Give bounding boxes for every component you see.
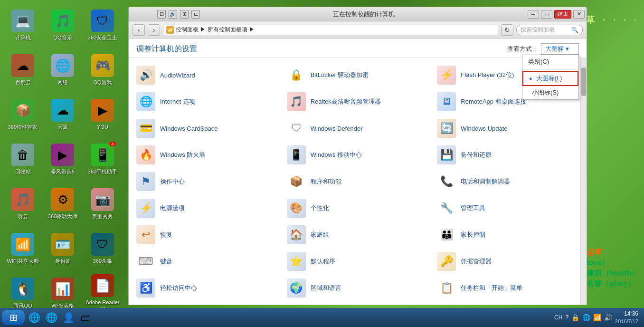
tray-network[interactable]: 🌐 bbox=[582, 314, 590, 321]
desktop-icon-img-16: 🪪 bbox=[51, 233, 74, 256]
search-box[interactable]: 搜索控制面板 🔍 bbox=[516, 25, 583, 35]
scrollbar-thumb[interactable] bbox=[581, 67, 586, 96]
back-button[interactable]: ‹ bbox=[133, 24, 145, 36]
cp-item-label-19: 家庭组 bbox=[311, 231, 329, 239]
taskbar-icon-2[interactable]: 🌐 bbox=[44, 310, 59, 325]
cp-item-label-2: Flash Player (32位) bbox=[461, 71, 514, 79]
start-button[interactable]: ⊞ bbox=[2, 310, 25, 325]
desktop-icon-16[interactable]: 🪪 身份证 bbox=[44, 227, 82, 270]
remote-end-btn[interactable]: 结束 bbox=[554, 10, 571, 19]
view-option-small-icon[interactable]: 小图标(S) bbox=[522, 86, 578, 99]
cp-item-label-12: 操作中心 bbox=[160, 177, 185, 186]
desktop-icon-4[interactable]: 🌐 网络 bbox=[44, 48, 82, 91]
tray-help[interactable]: ? bbox=[565, 314, 568, 321]
desktop-icon-13[interactable]: ⚙ 360驱动大师 bbox=[44, 183, 82, 225]
cp-item-7[interactable]: 🛡 Windows Defender bbox=[279, 115, 430, 142]
desktop-icon-17[interactable]: 🛡 360杀毒 bbox=[84, 227, 122, 270]
cp-item-label-7: Windows Defender bbox=[311, 125, 363, 132]
cp-item-19[interactable]: 🏠 家庭组 bbox=[279, 221, 430, 248]
remote-titlebar: ⊡ 🔊 ⊞ ⊏ 正在控制妆靓的计算机 ─ □ 结束 ✕ bbox=[128, 7, 587, 21]
cp-item-24[interactable]: ♿ 轻松访问中心 bbox=[129, 275, 279, 301]
desktop-icon-img-19: 📊 bbox=[51, 278, 74, 300]
cp-item-25[interactable]: 🌍 区域和语言 bbox=[279, 275, 430, 301]
forward-button[interactable]: › bbox=[148, 24, 160, 36]
desktop-icon-img-1: 🎵 bbox=[51, 10, 74, 32]
cp-icon-19: 🏠 bbox=[287, 225, 306, 244]
remote-btn-2[interactable]: 🔊 bbox=[169, 10, 177, 19]
desktop-icon-label-2: 360安全卫士 bbox=[88, 34, 117, 41]
cp-item-22[interactable]: ⭐ 默认程序 bbox=[279, 248, 430, 275]
tray-volume[interactable]: 🔊 bbox=[604, 314, 612, 321]
cp-item-8[interactable]: 🔄 Windows Update bbox=[429, 115, 580, 142]
desktop-icon-2[interactable]: 🛡 360安全卫士 bbox=[84, 4, 122, 47]
desktop-icon-15[interactable]: 📶 WIFI共享大师 bbox=[4, 227, 42, 270]
desktop-icon-5[interactable]: 🎮 QQ游戏 bbox=[84, 48, 122, 91]
cp-item-18[interactable]: ↩ 恢复 bbox=[129, 221, 279, 248]
cp-item-16[interactable]: 🎨 个性化 bbox=[279, 195, 430, 221]
desktop-icon-img-12: 🎵 bbox=[11, 188, 34, 211]
cp-icon-14: 📞 bbox=[437, 172, 456, 191]
desktop-icon-11[interactable]: 📱 4 360手机助手 bbox=[84, 138, 122, 181]
view-option-category[interactable]: 类别(C) bbox=[522, 55, 578, 68]
start-icon: ⊞ bbox=[9, 312, 18, 323]
cp-icon-24: ♿ bbox=[136, 279, 155, 298]
tray-ch: CH bbox=[554, 314, 562, 321]
cp-items-grid: 🔊 AudioWizard 🔒 BitLocker 驱动器加密 ⚡ Flash … bbox=[129, 58, 580, 305]
remote-btn-3[interactable]: ⊞ bbox=[180, 10, 189, 19]
cp-icon-0: 🔊 bbox=[136, 66, 155, 85]
cp-item-15[interactable]: ⚡ 电源选项 bbox=[129, 195, 279, 221]
view-option-large-icon[interactable]: ● 大图标(L) bbox=[522, 71, 578, 86]
menu-divider bbox=[522, 69, 578, 70]
clock: 14:36 2016/7/17 bbox=[615, 310, 638, 325]
cp-icon-4: 🎵 bbox=[287, 92, 306, 111]
taskbar-ie-icon[interactable]: 🌐 bbox=[27, 310, 42, 325]
view-dropdown-container: 大图标 ▾ 类别(C) ● 大图标(L) 小图标(S) bbox=[541, 43, 579, 55]
cp-item-21[interactable]: ⌨ 键盘 bbox=[129, 248, 279, 275]
cp-item-label-25: 区域和语言 bbox=[311, 284, 341, 292]
cp-item-1[interactable]: 🔒 BitLocker 驱动器加密 bbox=[279, 62, 430, 88]
cp-item-26[interactable]: 📋 任务栏和「开始」菜单 bbox=[429, 275, 580, 301]
refresh-button[interactable]: ↻ bbox=[501, 24, 513, 36]
desktop-icon-12[interactable]: 🎵 听云 bbox=[4, 183, 42, 225]
cp-item-label-11: 备份和还原 bbox=[461, 151, 492, 159]
taskbar-icon-4[interactable]: 🗃 bbox=[78, 310, 93, 325]
cp-item-10[interactable]: 📱 Windows 移动中心 bbox=[279, 142, 430, 168]
cp-item-11[interactable]: 💾 备份和还原 bbox=[429, 142, 580, 168]
desktop-icon-14[interactable]: 📷 美图秀秀 bbox=[84, 183, 122, 225]
remote-maximize-btn[interactable]: □ bbox=[541, 10, 552, 19]
desktop-icon-9[interactable]: 🗑 回收站 bbox=[4, 138, 42, 181]
cp-item-label-14: 电话和调制解调器 bbox=[461, 177, 510, 186]
desktop-icon-10[interactable]: ▶ 暴风影音5 bbox=[44, 138, 82, 181]
cp-item-3[interactable]: 🌐 Internet 选项 bbox=[129, 88, 279, 115]
desktop-icon-3[interactable]: ☁ 百度云 bbox=[4, 48, 42, 91]
cp-item-6[interactable]: 💳 Windows CardSpace bbox=[129, 115, 279, 142]
cp-item-label-26: 任务栏和「开始」菜单 bbox=[461, 284, 522, 292]
search-icon: 🔍 bbox=[571, 27, 578, 33]
desktop-icon-1[interactable]: 🎵 QQ音乐 bbox=[44, 4, 82, 47]
scrollbar[interactable] bbox=[580, 58, 587, 305]
remote-minimize-btn[interactable]: ─ bbox=[528, 10, 539, 19]
cp-item-9[interactable]: 🔥 Windows 防火墙 bbox=[129, 142, 279, 168]
cp-item-0[interactable]: 🔊 AudioWizard bbox=[129, 62, 279, 88]
cp-item-4[interactable]: 🎵 Realtek高清晰音频管理器 bbox=[279, 88, 430, 115]
cp-item-17[interactable]: 🔧 管理工具 bbox=[429, 195, 580, 221]
view-dropdown-button[interactable]: 大图标 ▾ bbox=[541, 43, 579, 55]
tray-signal[interactable]: 📶 bbox=[593, 314, 601, 321]
cp-item-23[interactable]: 🔑 凭据管理器 bbox=[429, 248, 580, 275]
desktop-icon-7[interactable]: ☁ 天翼 bbox=[44, 93, 82, 136]
cp-item-12[interactable]: ⚑ 操作中心 bbox=[129, 168, 279, 195]
tray-security[interactable]: 🔒 bbox=[571, 314, 579, 321]
remote-close-btn[interactable]: ✕ bbox=[573, 10, 585, 19]
remote-btn-4[interactable]: ⊏ bbox=[191, 10, 200, 19]
cp-item-14[interactable]: 📞 电话和调制解调器 bbox=[429, 168, 580, 195]
desktop-icon-0[interactable]: 💻 计算机 bbox=[4, 4, 42, 47]
cp-item-13[interactable]: 📦 程序和功能 bbox=[279, 168, 430, 195]
desktop-icon-6[interactable]: 📦 360软件管家 bbox=[4, 93, 42, 136]
taskbar-icon-3[interactable]: 👤 bbox=[61, 310, 76, 325]
remote-btn-1[interactable]: ⊡ bbox=[157, 10, 166, 19]
address-path[interactable]: 📁 控制面板 ▶ 所有控制面板项 ▶ bbox=[163, 25, 498, 35]
cp-item-20[interactable]: 👪 家长控制 bbox=[429, 221, 580, 248]
desktop-icon-8[interactable]: ▶ YOU bbox=[84, 93, 122, 136]
cp-item-label-6: Windows CardSpace bbox=[160, 125, 218, 132]
desktop-icon-label-1: QQ音乐 bbox=[53, 34, 72, 41]
